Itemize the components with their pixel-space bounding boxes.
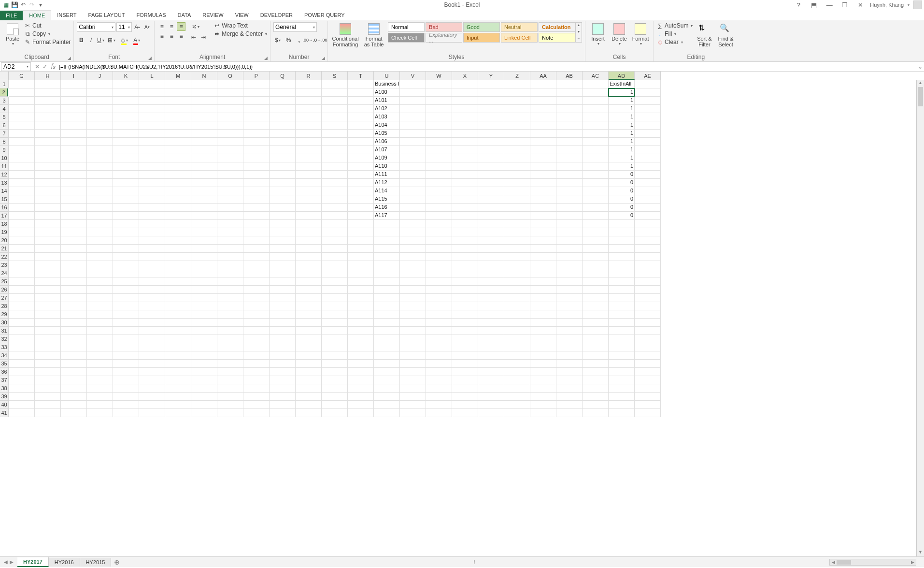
cell-Y29[interactable] bbox=[478, 310, 504, 319]
cell-M12[interactable] bbox=[165, 171, 191, 179]
cell-P14[interactable] bbox=[243, 187, 270, 195]
tab-file[interactable]: FILE bbox=[0, 11, 23, 20]
cell-AD27[interactable] bbox=[609, 294, 635, 302]
cell-AB9[interactable] bbox=[556, 146, 583, 154]
cell-K39[interactable] bbox=[113, 393, 139, 401]
cell-G36[interactable] bbox=[9, 368, 35, 376]
cell-G8[interactable] bbox=[9, 138, 35, 146]
cell-AC35[interactable] bbox=[583, 360, 609, 368]
cell-U36[interactable] bbox=[374, 368, 400, 376]
cell-S11[interactable] bbox=[322, 162, 348, 171]
cell-Y7[interactable] bbox=[478, 130, 504, 138]
cell-Q4[interactable] bbox=[270, 105, 296, 113]
cell-X17[interactable] bbox=[452, 212, 478, 220]
cell-J38[interactable] bbox=[87, 384, 113, 393]
column-header-W[interactable]: W bbox=[426, 72, 452, 80]
column-header-L[interactable]: L bbox=[139, 72, 165, 80]
cell-R9[interactable] bbox=[296, 146, 322, 154]
cell-AA21[interactable] bbox=[530, 245, 556, 253]
cell-AE40[interactable] bbox=[635, 401, 661, 409]
cell-Y16[interactable] bbox=[478, 204, 504, 212]
user-name[interactable]: Huynh, Khang bbox=[870, 2, 904, 8]
row-header-19[interactable]: 19 bbox=[0, 228, 9, 236]
font-size-select[interactable]: 11▾ bbox=[116, 22, 132, 32]
insert-cells-button[interactable]: Insert▾ bbox=[588, 22, 608, 47]
sheet-nav-prev-icon[interactable]: ◀ bbox=[4, 559, 8, 565]
cell-Q21[interactable] bbox=[270, 245, 296, 253]
cell-Z41[interactable] bbox=[504, 409, 530, 417]
cell-U39[interactable] bbox=[374, 393, 400, 401]
cell-N40[interactable] bbox=[191, 401, 217, 409]
cell-K4[interactable] bbox=[113, 105, 139, 113]
cell-AA34[interactable] bbox=[530, 351, 556, 360]
cell-N33[interactable] bbox=[191, 343, 217, 351]
cell-AB39[interactable] bbox=[556, 393, 583, 401]
cell-T12[interactable] bbox=[348, 171, 374, 179]
cell-G17[interactable] bbox=[9, 212, 35, 220]
cell-N8[interactable] bbox=[191, 138, 217, 146]
cell-L11[interactable] bbox=[139, 162, 165, 171]
cell-Q29[interactable] bbox=[270, 310, 296, 319]
cell-J6[interactable] bbox=[87, 121, 113, 130]
cell-Y39[interactable] bbox=[478, 393, 504, 401]
cell-W35[interactable] bbox=[426, 360, 452, 368]
cell-Y23[interactable] bbox=[478, 261, 504, 269]
cell-AC8[interactable] bbox=[583, 138, 609, 146]
cell-H41[interactable] bbox=[35, 409, 61, 417]
cell-I19[interactable] bbox=[61, 228, 87, 236]
cell-W25[interactable] bbox=[426, 277, 452, 286]
cell-Q27[interactable] bbox=[270, 294, 296, 302]
cell-O25[interactable] bbox=[217, 277, 243, 286]
accounting-format-button[interactable]: $▾ bbox=[273, 36, 282, 44]
cell-P3[interactable] bbox=[243, 97, 270, 105]
cell-W40[interactable] bbox=[426, 401, 452, 409]
cell-Z24[interactable] bbox=[504, 269, 530, 277]
cell-S18[interactable] bbox=[322, 220, 348, 228]
cell-AB36[interactable] bbox=[556, 368, 583, 376]
cell-Z22[interactable] bbox=[504, 253, 530, 261]
cell-I25[interactable] bbox=[61, 277, 87, 286]
cell-AA16[interactable] bbox=[530, 204, 556, 212]
cell-V15[interactable] bbox=[400, 195, 426, 204]
cell-R21[interactable] bbox=[296, 245, 322, 253]
cell-L6[interactable] bbox=[139, 121, 165, 130]
cell-AA33[interactable] bbox=[530, 343, 556, 351]
row-header-32[interactable]: 32 bbox=[0, 335, 9, 343]
cell-H9[interactable] bbox=[35, 146, 61, 154]
cell-style-good[interactable]: Good bbox=[463, 22, 500, 32]
cell-T15[interactable] bbox=[348, 195, 374, 204]
cell-U34[interactable] bbox=[374, 351, 400, 360]
cell-Q11[interactable] bbox=[270, 162, 296, 171]
cell-AD17[interactable]: 0 bbox=[609, 212, 635, 220]
cell-I7[interactable] bbox=[61, 130, 87, 138]
cell-R41[interactable] bbox=[296, 409, 322, 417]
cell-U33[interactable] bbox=[374, 343, 400, 351]
cell-S8[interactable] bbox=[322, 138, 348, 146]
qat-customize-icon[interactable]: ▾ bbox=[37, 1, 44, 9]
cell-V31[interactable] bbox=[400, 327, 426, 335]
cell-AD1[interactable]: ExistInAll bbox=[609, 80, 635, 88]
cell-H23[interactable] bbox=[35, 261, 61, 269]
cell-Q35[interactable] bbox=[270, 360, 296, 368]
cell-N28[interactable] bbox=[191, 302, 217, 310]
cell-Y33[interactable] bbox=[478, 343, 504, 351]
cell-Z4[interactable] bbox=[504, 105, 530, 113]
cell-N3[interactable] bbox=[191, 97, 217, 105]
cell-S35[interactable] bbox=[322, 360, 348, 368]
cell-AC22[interactable] bbox=[583, 253, 609, 261]
row-header-6[interactable]: 6 bbox=[0, 121, 9, 130]
cell-AE7[interactable] bbox=[635, 130, 661, 138]
cell-AB15[interactable] bbox=[556, 195, 583, 204]
cell-I35[interactable] bbox=[61, 360, 87, 368]
cell-Y20[interactable] bbox=[478, 236, 504, 245]
cell-N1[interactable] bbox=[191, 80, 217, 88]
autosum-button[interactable]: ∑AutoSum▾ bbox=[656, 22, 693, 29]
cell-Q3[interactable] bbox=[270, 97, 296, 105]
cell-Y13[interactable] bbox=[478, 179, 504, 187]
cell-T9[interactable] bbox=[348, 146, 374, 154]
row-header-10[interactable]: 10 bbox=[0, 154, 9, 162]
cell-R33[interactable] bbox=[296, 343, 322, 351]
cell-AA39[interactable] bbox=[530, 393, 556, 401]
cell-AE3[interactable] bbox=[635, 97, 661, 105]
cell-Q5[interactable] bbox=[270, 113, 296, 121]
